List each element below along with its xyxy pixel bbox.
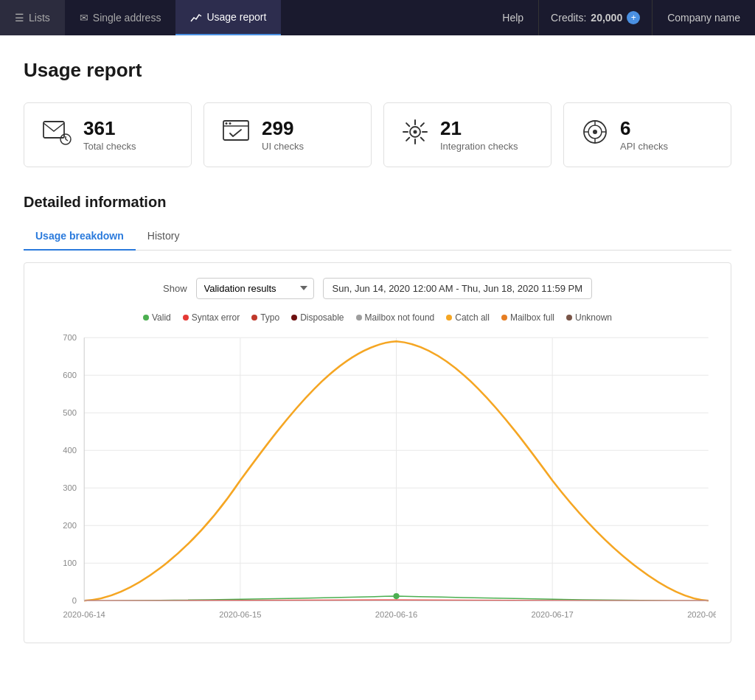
legend-catch-all: Catch all [446, 312, 490, 323]
nav-right: Help Credits: 20,000 + Company name [487, 0, 755, 35]
integration-icon [402, 119, 428, 150]
credits-display: Credits: 20,000 + [539, 0, 653, 35]
valid-dot [393, 593, 399, 599]
nav-tab-usage-report[interactable]: Usage report [175, 0, 281, 35]
svg-text:300: 300 [63, 483, 77, 492]
legend-disposable: Disposable [291, 312, 344, 323]
svg-text:2020-06-16: 2020-06-16 [375, 609, 417, 618]
show-dropdown[interactable]: Validation results Check types [196, 278, 314, 299]
tab-history[interactable]: History [136, 223, 192, 251]
legend-typo: Typo [251, 312, 279, 323]
svg-line-15 [421, 138, 424, 141]
svg-point-7 [229, 122, 232, 125]
legend-dot-syntax-error [183, 315, 189, 321]
svg-text:200: 200 [63, 521, 77, 530]
nav-tab-single-address[interactable]: ✉ Single address [65, 0, 176, 35]
api-icon [582, 119, 608, 150]
browser-check-icon [222, 119, 250, 150]
page-title: Usage report [24, 59, 731, 82]
credits-add-button[interactable]: + [627, 11, 640, 24]
legend-mailbox-not-found: Mailbox not found [356, 312, 435, 323]
svg-text:700: 700 [63, 333, 77, 342]
tab-usage-breakdown[interactable]: Usage breakdown [24, 223, 136, 251]
nav-tab-lists[interactable]: ☰ Lists [0, 0, 65, 35]
legend-dot-disposable [291, 315, 297, 321]
api-checks-number: 6 [620, 118, 668, 139]
chart-legend: Valid Syntax error Typo Disposable Mailb… [39, 312, 716, 323]
svg-text:2020-06-18: 2020-06-18 [687, 609, 716, 618]
chart-controls: Show Validation results Check types Sun,… [39, 278, 716, 299]
legend-mailbox-full: Mailbox full [501, 312, 554, 323]
svg-point-9 [414, 130, 417, 134]
list-icon: ☰ [15, 12, 24, 24]
svg-text:400: 400 [63, 446, 77, 455]
ui-checks-number: 299 [262, 118, 304, 139]
svg-text:0: 0 [72, 596, 77, 605]
svg-rect-0 [44, 122, 64, 138]
navbar: ☰ Lists ✉ Single address Usage report He… [0, 0, 755, 35]
date-range-picker[interactable]: Sun, Jun 14, 2020 12:00 AM - Thu, Jun 18… [323, 278, 592, 299]
detailed-section-title: Detailed information [24, 194, 731, 211]
help-link[interactable]: Help [487, 0, 539, 35]
legend-syntax-error: Syntax error [183, 312, 240, 323]
svg-text:100: 100 [63, 559, 77, 567]
legend-dot-unknown [566, 315, 572, 321]
stat-card-api-checks: 6 API checks [563, 102, 731, 167]
company-name-menu[interactable]: Company name [653, 0, 755, 35]
svg-text:500: 500 [63, 408, 77, 417]
svg-line-3 [66, 139, 68, 141]
api-checks-label: API checks [620, 141, 668, 152]
email-clock-icon [42, 119, 72, 150]
svg-text:2020-06-15: 2020-06-15 [219, 609, 261, 618]
svg-line-16 [421, 123, 424, 126]
legend-dot-catch-all [446, 315, 452, 321]
stat-card-total-checks: 361 Total checks [24, 102, 192, 167]
integration-checks-label: Integration checks [440, 141, 518, 152]
legend-dot-mailbox-full [501, 315, 507, 321]
stat-card-ui-checks: 299 UI checks [203, 102, 372, 167]
legend-valid: Valid [143, 312, 171, 323]
svg-point-6 [226, 122, 228, 125]
integration-checks-number: 21 [440, 118, 518, 139]
svg-text:2020-06-17: 2020-06-17 [531, 609, 573, 618]
svg-line-17 [406, 138, 409, 141]
email-icon: ✉ [80, 12, 88, 24]
show-label: Show [163, 283, 187, 294]
total-checks-number: 361 [83, 118, 136, 139]
tab-bar: Usage breakdown History [24, 223, 731, 251]
stats-row: 361 Total checks 299 UI checks [24, 102, 731, 167]
chart-svg-wrapper: 700 600 500 400 300 200 100 0 2020-06-14… [39, 330, 716, 631]
ui-checks-label: UI checks [262, 141, 304, 152]
svg-line-14 [406, 123, 409, 126]
legend-unknown: Unknown [566, 312, 612, 323]
line-chart: 700 600 500 400 300 200 100 0 2020-06-14… [39, 330, 716, 631]
svg-point-20 [593, 130, 597, 134]
chart-line-icon [190, 10, 202, 23]
svg-text:2020-06-14: 2020-06-14 [63, 609, 105, 618]
legend-dot-valid [143, 315, 149, 321]
legend-dot-mailbox-not-found [356, 315, 362, 321]
svg-text:600: 600 [63, 371, 77, 379]
stat-card-integration-checks: 21 Integration checks [383, 102, 552, 167]
total-checks-label: Total checks [83, 141, 136, 152]
main-content: Usage report 361 Total checks [0, 35, 755, 700]
legend-dot-typo [251, 315, 257, 321]
chart-container: Show Validation results Check types Sun,… [24, 262, 731, 643]
